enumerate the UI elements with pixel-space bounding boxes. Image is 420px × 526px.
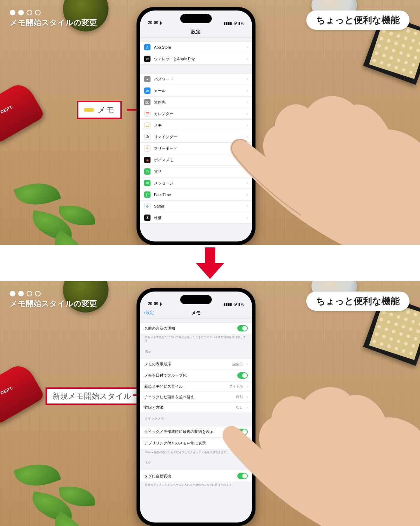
row-label: 電話	[154, 169, 243, 174]
row-label: 連絡先	[154, 100, 243, 105]
section-footer: 共有メモであなたについて言及があったときにこのデバイスで通知を受け取ります。	[140, 334, 252, 346]
nav-bar: ‹ 設定 メモ	[140, 307, 252, 319]
chevron-right-icon: ›	[246, 215, 248, 220]
callout-label: 新規メモ開始スタイル	[52, 391, 132, 401]
settings-row[interactable]: クイックメモ作成時に最後の収納を表示	[140, 426, 252, 437]
settings-row[interactable]: 罫線と方眼なし›	[140, 402, 252, 413]
wifi-icon: ⦿	[233, 302, 237, 306]
row-label: フリーボード	[154, 146, 243, 151]
row-value: 自動	[236, 394, 243, 399]
chevron-right-icon: ›	[246, 123, 248, 128]
row-label: チェックした項目を並べ替え	[144, 394, 232, 400]
chevron-right-icon: ›	[246, 394, 248, 399]
app-icon: ⊙	[144, 203, 150, 209]
chevron-right-icon: ›	[246, 192, 248, 197]
row-label: ウォレットとApple Pay	[154, 56, 243, 62]
prop-toy-firetruck	[0, 80, 45, 144]
chevron-right-icon: ›	[246, 146, 248, 151]
chevron-right-icon: ›	[246, 204, 248, 209]
settings-row[interactable]: ⌧連絡先›	[140, 96, 252, 108]
toggle-switch[interactable]	[237, 372, 248, 379]
dynamic-island	[180, 14, 212, 23]
settings-row[interactable]: ●パスワード›	[140, 73, 252, 85]
settings-row[interactable]: ✆電話›	[140, 166, 252, 177]
row-label: パスワード	[154, 77, 243, 82]
prop-toy-firetruck	[0, 361, 45, 425]
toggle-switch[interactable]	[237, 440, 248, 447]
app-icon: ✉	[144, 87, 150, 94]
toggle-switch[interactable]	[237, 473, 248, 479]
notes-icon	[84, 108, 94, 112]
battery-icon: ▮78	[238, 302, 244, 306]
status-time: 20:09 ◗	[148, 301, 162, 306]
app-icon: A	[144, 44, 150, 50]
settings-row[interactable]: 名前の言及の通知	[140, 323, 252, 334]
row-label: タグに自動変換	[144, 474, 234, 479]
overlay-subtitle: メモ開始スタイルの変更	[10, 299, 97, 309]
overlay-subtitle: メモ開始スタイルの変更	[10, 17, 97, 28]
settings-row[interactable]: メモを日付でグループ化	[140, 370, 252, 381]
row-label: メッセージ	[154, 181, 243, 186]
overlay-badge: ちょっと便利な機能	[306, 292, 410, 311]
section-header: クイックメモ	[140, 413, 252, 422]
back-button[interactable]: ‹ 設定	[144, 310, 154, 316]
settings-row[interactable]: ✉メッセージ›	[140, 177, 252, 189]
row-label: FaceTime	[154, 192, 243, 197]
settings-row[interactable]: ▭ウォレットとApple Pay›	[140, 53, 252, 64]
section-footer: iPhone画面の右下からスワイプしてクイックメモを作成できます。	[140, 449, 252, 457]
settings-row[interactable]: 📅カレンダー›	[140, 108, 252, 119]
app-icon: ✆	[144, 168, 150, 175]
app-icon: ●	[144, 76, 150, 82]
chevron-right-icon: ›	[246, 362, 248, 367]
nav-title: 設定	[191, 29, 201, 35]
app-icon: ◉	[144, 157, 150, 163]
settings-row[interactable]: ▬メモ›	[140, 119, 252, 131]
settings-row[interactable]: AApp Store›	[140, 42, 252, 53]
settings-row[interactable]: ⧗株価›	[140, 212, 252, 223]
chevron-right-icon: ›	[246, 88, 248, 93]
settings-list[interactable]: AApp Store›▭ウォレットとApple Pay›●パスワード›✉メール›…	[140, 41, 252, 224]
settings-row[interactable]: ◉ボイスメモ›	[140, 154, 252, 166]
toggle-switch[interactable]	[237, 429, 248, 435]
settings-row[interactable]: タグに自動変換	[140, 470, 252, 482]
row-value: なし	[236, 405, 243, 410]
settings-row[interactable]: 新規メモ開始スタイルタイトル›	[140, 381, 252, 392]
row-label: メモの表示順序	[144, 362, 229, 367]
settings-row[interactable]: アプリリンク付きのメモを常に表示	[140, 437, 252, 449]
settings-row[interactable]: チェックした項目を並べ替え自動›	[140, 392, 252, 402]
iphone-device: 20:09 ◗ ▮▮▮▮ ⦿ ▮78 設定 AApp Store›▭ウォレットと…	[136, 7, 255, 245]
chevron-right-icon: ›	[246, 56, 248, 61]
row-label: アプリリンク付きのメモを常に表示	[144, 441, 234, 446]
prop-leaves	[10, 456, 108, 526]
app-icon: ✉	[144, 180, 150, 186]
app-icon: ✎	[144, 145, 150, 152]
wifi-icon: ⦿	[233, 21, 237, 25]
panel-bottom: メモ開始スタイルの変更 ちょっと便利な機能 新規メモ開始スタイル 20:09 ◗…	[0, 281, 420, 526]
section-header: タグ	[140, 457, 252, 467]
nav-title: メモ	[191, 310, 201, 316]
signal-icon: ▮▮▮▮	[224, 21, 232, 25]
app-icon: ▬	[144, 122, 150, 128]
settings-row[interactable]: ⊙Safari›	[140, 200, 252, 212]
app-icon: ⌧	[144, 99, 150, 105]
chevron-right-icon: ›	[246, 157, 248, 162]
row-label: 名前の言及の通知	[144, 326, 234, 331]
settings-row[interactable]: ✎フリーボード›	[140, 142, 252, 154]
down-arrow-icon	[196, 247, 224, 279]
settings-row[interactable]: メモの表示順序編集日›	[140, 359, 252, 370]
row-label: クイックメモ作成時に最後の収納を表示	[144, 429, 234, 434]
callout-start-style: 新規メモ開始スタイル	[46, 387, 139, 405]
toggle-switch[interactable]	[237, 325, 248, 331]
chevron-right-icon: ›	[246, 384, 248, 389]
chevron-right-icon: ›	[246, 181, 248, 185]
row-label: Safari	[154, 204, 243, 208]
memo-settings-list[interactable]: 名前の言及の通知共有メモであなたについて言及があったときにこのデバイスで通知を受…	[140, 322, 252, 490]
settings-row[interactable]: ⦿リマインダー›	[140, 131, 252, 142]
chevron-right-icon: ›	[246, 134, 248, 139]
settings-row[interactable]: ✉メール›	[140, 85, 252, 96]
settings-row[interactable]: ▢FaceTime›	[140, 189, 252, 200]
iphone-device: 20:09 ◗ ▮▮▮▮ ⦿ ▮78 ‹ 設定 メモ 名前の言及の通知共有メモで…	[136, 288, 255, 526]
dynamic-island	[180, 295, 212, 304]
row-label: メモ	[154, 123, 243, 128]
section-footer: 新規タグを入力してスペースを入れると自動的にタグに変換されます。	[140, 482, 252, 490]
